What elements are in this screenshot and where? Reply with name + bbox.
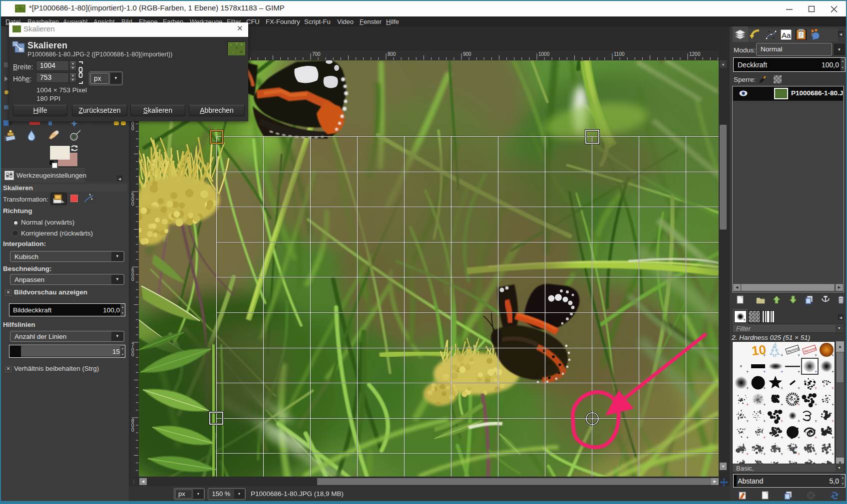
svg-text:+: +: [781, 386, 783, 391]
svg-text:+: +: [781, 419, 783, 424]
svg-text:+: +: [746, 402, 749, 407]
svg-text:+: +: [781, 369, 783, 374]
svg-text:1200: 1200: [689, 51, 701, 57]
svg-text:Aa: Aa: [782, 31, 791, 39]
svg-text:+: +: [746, 386, 749, 391]
svg-text:+: +: [781, 402, 783, 407]
svg-text:+: +: [798, 419, 800, 424]
svg-text:+: +: [798, 369, 800, 374]
svg-text:0: 0: [131, 352, 134, 357]
svg-text:+: +: [746, 369, 749, 374]
svg-text:+: +: [798, 452, 800, 457]
svg-text:+: +: [798, 353, 800, 358]
svg-text:+: +: [746, 419, 749, 424]
svg-text:+: +: [746, 435, 749, 440]
svg-text:+: +: [763, 369, 766, 374]
svg-text:800: 800: [388, 51, 396, 57]
svg-text:+: +: [781, 353, 783, 358]
svg-text:+: +: [815, 419, 817, 424]
svg-text:+: +: [763, 435, 766, 440]
svg-text:+: +: [815, 402, 817, 407]
svg-text:0: 0: [131, 427, 134, 433]
svg-text:+: +: [763, 419, 766, 424]
svg-text:+: +: [815, 452, 817, 457]
svg-text:+: +: [832, 452, 834, 457]
svg-text:+: +: [763, 452, 766, 457]
svg-text:+: +: [832, 419, 834, 424]
svg-text:+: +: [815, 435, 817, 440]
svg-text:+: +: [832, 386, 834, 391]
svg-text:+: +: [832, 402, 834, 407]
svg-text:+: +: [763, 386, 766, 391]
svg-text:1000: 1000: [538, 51, 550, 57]
svg-text:+: +: [832, 369, 834, 374]
svg-text:700: 700: [312, 51, 321, 57]
svg-text:+: +: [798, 435, 800, 440]
svg-text:+: +: [781, 435, 783, 440]
svg-text:+: +: [781, 452, 783, 457]
svg-text:+: +: [746, 452, 749, 457]
svg-text:+: +: [815, 353, 817, 358]
svg-text:0: 0: [131, 201, 134, 207]
svg-text:+: +: [763, 402, 766, 407]
svg-text:900: 900: [463, 51, 471, 57]
svg-text:+: +: [832, 435, 834, 440]
svg-text:+: +: [832, 353, 834, 358]
svg-text:+: +: [815, 369, 817, 374]
svg-text:×: ×: [740, 364, 742, 369]
svg-text:1100: 1100: [614, 51, 625, 57]
svg-text:0: 0: [131, 126, 134, 131]
svg-text:0: 0: [131, 276, 134, 282]
svg-text:+: +: [798, 402, 800, 407]
svg-text:+: +: [798, 386, 800, 391]
svg-text:+: +: [815, 386, 817, 391]
svg-text:+: +: [763, 353, 766, 358]
